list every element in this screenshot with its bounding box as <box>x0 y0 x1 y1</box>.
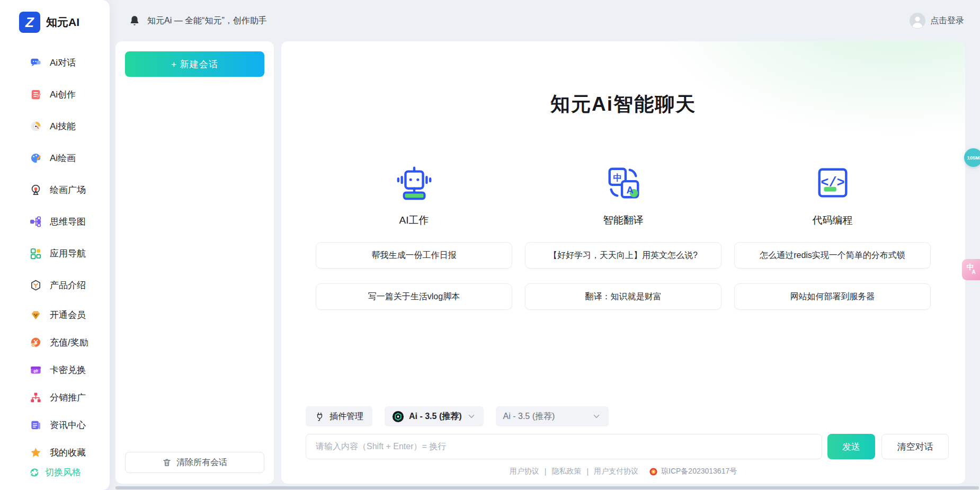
suggestion-card[interactable]: 写一篇关于生活vlog脚本 <box>316 283 512 310</box>
brand: Z 知元AI <box>0 0 110 33</box>
login-button[interactable]: 点击登录 <box>910 13 964 29</box>
login-label: 点击登录 <box>930 15 964 26</box>
sidebar-item-label: 应用导航 <box>50 247 86 260</box>
sidebar-item-label: 资讯中心 <box>50 419 86 431</box>
model-secondary-label: Ai - 3.5 (推荐) <box>503 411 555 422</box>
clear-all-label: 清除所有会话 <box>176 457 227 468</box>
suggestion-card[interactable]: 怎么通过redis实现一个简单的分布式锁 <box>734 242 931 269</box>
svg-text:A: A <box>626 184 633 195</box>
logo-letter: Z <box>25 14 34 31</box>
favorites-icon <box>30 447 42 459</box>
chat-input[interactable] <box>306 434 822 459</box>
feature-name: 代码编程 <box>813 213 853 227</box>
chevron-down-icon <box>592 412 601 421</box>
recharge-icon <box>30 336 42 349</box>
sidebar-item-label: Ai技能 <box>50 120 76 132</box>
sidebar-item-label: 产品介绍 <box>50 279 86 291</box>
ai-model-logo-icon <box>392 411 404 423</box>
plugin-manager-button[interactable]: 插件管理 <box>306 406 372 426</box>
switch-style-button[interactable]: 切换风格 <box>0 466 110 478</box>
clear-conversation-button[interactable]: 清空对话 <box>881 434 949 459</box>
horizontal-scrollbar[interactable] <box>115 486 979 489</box>
sidebar-item-label: 绘画广场 <box>50 184 86 196</box>
news-icon <box>30 419 42 431</box>
svg-text:</>: </> <box>821 175 845 191</box>
page-title: 知元Ai智能聊天 <box>281 91 965 118</box>
float-translate-badge[interactable]: 中 A <box>962 259 980 280</box>
content-row: + 新建会话 清除所有会话 知元Ai智能聊天 <box>110 41 980 490</box>
model-select-primary[interactable]: Ai - 3.5 (推荐) <box>385 406 484 426</box>
app-name: 知元AI <box>46 15 79 30</box>
suggestion-card[interactable]: 网站如何部署到服务器 <box>734 283 931 310</box>
sidebar-item-ai-chat[interactable]: Ai对话 <box>0 47 110 78</box>
icp-badge-icon <box>649 467 658 476</box>
icp-text: 琼ICP备2023013617号 <box>661 467 737 476</box>
app-logo-icon: Z <box>19 12 40 33</box>
sidebar: Z 知元AI Ai对话 Ai创作 Ai技能 Ai绘画 绘画广场 <box>0 0 110 490</box>
suggestion-card[interactable]: 【好好学习，天天向上】用英文怎么说? <box>525 242 721 269</box>
swap-style-icon <box>29 467 40 478</box>
feature-code: </> 代码编程 怎么通过redis实现一个简单的分布式锁 网站如何部署到服务器 <box>734 163 931 310</box>
feature-columns: AI工作 帮我生成一份工作日报 写一篇关于生活vlog脚本 <box>281 163 965 310</box>
suggestion-cards: 【好好学习，天天向上】用英文怎么说? 翻译：知识就是财富 <box>525 242 721 310</box>
footer-link-privacy[interactable]: 隐私政策 <box>551 467 581 476</box>
robot-icon <box>395 163 434 202</box>
suggestion-card[interactable]: 帮我生成一份工作日报 <box>316 242 512 269</box>
spacer <box>281 310 965 406</box>
chat-controls: 插件管理 Ai - 3.5 (推荐) Ai - 3.5 (推荐) <box>306 406 965 426</box>
sidebar-item-label: 开通会员 <box>50 309 86 321</box>
clear-all-chats-button[interactable]: 清除所有会话 <box>125 452 264 473</box>
sidebar-item-label: Ai对话 <box>50 57 76 69</box>
conversation-panel: + 新建会话 清除所有会话 <box>115 41 274 484</box>
app-root: Z 知元AI Ai对话 Ai创作 Ai技能 Ai绘画 绘画广场 <box>0 0 980 490</box>
footer-link-payment[interactable]: 用户支付协议 <box>594 467 638 476</box>
model-select-secondary[interactable]: Ai - 3.5 (推荐) <box>496 406 609 426</box>
sidebar-item-product-intro[interactable]: 产品介绍 <box>0 269 110 301</box>
product-icon <box>30 279 42 291</box>
sidebar-item-favorites[interactable]: 我的收藏 <box>0 439 110 466</box>
sidebar-item-label: 思维导图 <box>50 216 86 228</box>
main-area: 知元Ai — 全能“知元”，创作助手 点击登录 + 新建会话 清除所有会话 知元… <box>110 0 980 490</box>
footer-divider: | <box>586 467 589 476</box>
trash-icon <box>162 458 172 467</box>
sidebar-item-paint-gallery[interactable]: 绘画广场 <box>0 174 110 206</box>
sidebar-item-vip[interactable]: 开通会员 <box>0 301 110 328</box>
sidebar-item-news[interactable]: 资讯中心 <box>0 411 110 439</box>
footer-link-user-agreement[interactable]: 用户协议 <box>510 467 539 476</box>
sidebar-item-ai-skills[interactable]: Ai技能 <box>0 110 110 142</box>
paint-icon <box>30 152 42 164</box>
sidebar-item-mindmap[interactable]: 思维导图 <box>0 206 110 237</box>
sidebar-item-label: 分销推广 <box>50 391 86 404</box>
sidebar-item-app-nav[interactable]: 应用导航 <box>0 237 110 269</box>
write-icon <box>30 88 42 101</box>
feature-ai-work: AI工作 帮我生成一份工作日报 写一篇关于生活vlog脚本 <box>316 163 512 310</box>
send-button[interactable]: 发送 <box>827 434 875 459</box>
sidebar-item-ai-write[interactable]: Ai创作 <box>0 78 110 110</box>
sidebar-menu: Ai对话 Ai创作 Ai技能 Ai绘画 绘画广场 思维导图 <box>0 47 110 466</box>
conversation-list[interactable] <box>125 77 264 452</box>
footer-divider: | <box>545 467 547 476</box>
model-primary-label: Ai - 3.5 (推荐) <box>409 411 462 422</box>
composer: 发送 清空对话 <box>306 434 949 459</box>
feature-name: AI工作 <box>399 213 429 227</box>
switch-style-label: 切换风格 <box>45 466 81 478</box>
sidebar-item-label: 我的收藏 <box>50 447 86 459</box>
sidebar-item-card-redeem[interactable]: 卡密兑换 <box>0 356 110 384</box>
skills-icon <box>30 120 42 132</box>
sidebar-item-recharge[interactable]: 充值/奖励 <box>0 328 110 356</box>
sidebar-item-label: Ai创作 <box>50 88 76 101</box>
icp-record[interactable]: 琼ICP备2023013617号 <box>649 467 737 476</box>
feature-translate: 中 A 智能翻译 【好好学习，天天向上】用英文怎么说? 翻译：知识就是财富 <box>525 163 721 310</box>
feature-name: 智能翻译 <box>603 213 644 227</box>
sidebar-item-ai-paint[interactable]: Ai绘画 <box>0 142 110 174</box>
bell-icon <box>129 15 140 26</box>
sidebar-item-affiliate[interactable]: 分销推广 <box>0 384 110 411</box>
suggestion-cards: 怎么通过redis实现一个简单的分布式锁 网站如何部署到服务器 <box>734 242 931 310</box>
svg-text:中: 中 <box>613 173 622 183</box>
float-badge-105m[interactable]: 105M <box>964 148 980 167</box>
chat-panel: 知元Ai智能聊天 AI工作 <box>281 41 965 484</box>
new-chat-button[interactable]: + 新建会话 <box>125 51 264 77</box>
suggestion-card[interactable]: 翻译：知识就是财富 <box>525 283 721 310</box>
footer: 用户协议 | 隐私政策 | 用户支付协议 琼ICP备2023013617号 <box>281 459 965 484</box>
card-icon <box>30 364 42 376</box>
